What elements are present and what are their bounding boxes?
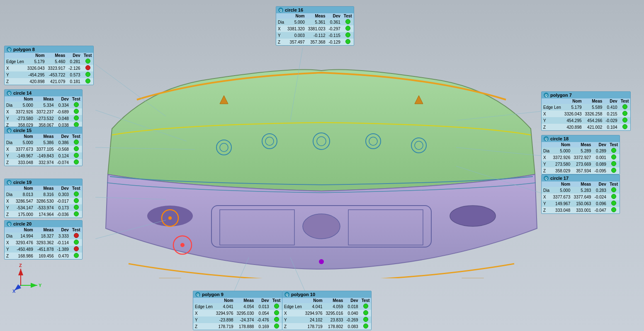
- status-indicator: [611, 207, 616, 212]
- status-indicator: [611, 194, 616, 199]
- status-indicator: [622, 111, 627, 116]
- status-indicator: [363, 317, 368, 322]
- status-indicator: [74, 159, 79, 164]
- panel-polygon8-title: Q polygon 8: [5, 46, 93, 53]
- status-indicator: [74, 115, 79, 120]
- car-render: Y: [87, 54, 556, 278]
- status-indicator: [74, 246, 79, 251]
- table-row: Dia5.0005.3340.334: [5, 102, 82, 108]
- status-indicator: [611, 148, 616, 153]
- panel-icon: Q: [284, 292, 289, 297]
- panel-icon: Q: [7, 47, 12, 52]
- status-indicator: [74, 191, 79, 196]
- panel-polygon10: Q polygon 10 Nom Meas Dev Test Edge Len4…: [282, 291, 372, 330]
- panel-circle18-title: Q circle 18: [542, 135, 620, 142]
- svg-point-24: [180, 243, 185, 247]
- panel-icon: Q: [7, 91, 12, 96]
- status-indicator: [611, 161, 616, 166]
- status-indicator: [363, 304, 368, 309]
- status-indicator: [74, 109, 79, 114]
- status-indicator: [85, 59, 90, 64]
- table-row: Y-534.147-533.9740.173: [5, 204, 82, 211]
- table-row: Z178.719178.8880.169: [193, 323, 282, 330]
- table-row: Dia8.0138.3160.303: [5, 191, 82, 198]
- table-row: Y-23.898-24.374-0.476: [193, 316, 282, 323]
- table-row: Z420.898421.0790.181: [5, 78, 93, 85]
- panel-circle20: Q circle 20 Nom Meas Dev Test Dia14.9941…: [4, 220, 83, 260]
- status-indicator: [274, 310, 279, 315]
- panel-icon: Q: [7, 221, 12, 226]
- table-row: X3294.9763295.0300.054: [193, 310, 282, 316]
- table-row: X3294.9763295.0160.040: [282, 310, 371, 316]
- status-indicator: [345, 32, 350, 37]
- status-indicator: [274, 324, 279, 329]
- table-row: X3326.0433326.2580.215: [542, 110, 630, 117]
- table-row: X3326.0433323.917-2.126: [5, 65, 93, 71]
- table-row: Y-273.580-273.5320.048: [5, 115, 82, 122]
- panel-icon: Q: [544, 136, 549, 141]
- table-row: X3286.5473286.530-0.017: [5, 198, 82, 204]
- status-indicator: [85, 65, 90, 70]
- status-indicator: [85, 72, 90, 77]
- status-indicator: [363, 324, 368, 329]
- status-indicator: [611, 187, 616, 192]
- table-row: Z333.048333.001-0.047: [542, 207, 620, 213]
- table-row: Z333.048332.974-0.074: [5, 159, 82, 166]
- status-indicator: [622, 124, 627, 129]
- table-row: X3372.9263372.9270.001: [542, 154, 620, 161]
- status-indicator: [345, 26, 350, 31]
- panel-icon: Q: [195, 292, 200, 297]
- status-indicator: [274, 304, 279, 309]
- table-row: X3372.9263372.237-0.689: [5, 108, 82, 115]
- status-indicator: [74, 240, 79, 245]
- panel-polygon8: Q polygon 8 Nom Meas Dev Test Edge Len5.…: [4, 46, 94, 85]
- table-row: Z175.000174.964-0.036: [5, 211, 82, 218]
- table-row: Y-149.967-149.8430.124: [5, 152, 82, 159]
- panel-circle14-title: Q circle 14: [5, 90, 82, 96]
- panel-circle20-title: Q circle 20: [5, 221, 82, 227]
- status-indicator: [74, 233, 79, 238]
- table-row: Z178.719178.8020.083: [282, 323, 371, 330]
- panel-icon: Q: [544, 93, 549, 98]
- panel-icon: Q: [7, 128, 12, 133]
- table-row: Dia5.0005.2830.283: [542, 187, 620, 194]
- status-indicator: [74, 146, 79, 151]
- table-row: Y-450.489-451.878-1.389: [5, 246, 82, 253]
- table-row: X3377.6733377.649-0.024: [542, 194, 620, 200]
- panel-circle19-title: Q circle 19: [5, 179, 82, 186]
- status-indicator: [274, 317, 279, 322]
- status-indicator: [611, 168, 616, 173]
- table-row: Z420.898421.0020.104: [542, 124, 630, 130]
- table-row: X3377.6733377.105-0.568: [5, 146, 82, 152]
- table-row: Edge Len5.1795.5890.410: [542, 104, 630, 110]
- status-indicator: [345, 39, 350, 44]
- status-indicator: [74, 205, 79, 210]
- status-indicator: [611, 154, 616, 159]
- status-indicator: [622, 118, 627, 123]
- svg-point-1: [450, 206, 496, 226]
- table-row: Y-454.295-453.7220.573: [5, 71, 93, 78]
- table-row: Z357.497357.368-0.129: [276, 39, 354, 45]
- panel-circle19: Q circle 19 Nom Meas Dev Test Dia8.0138.…: [4, 179, 83, 218]
- panel-circle18: Q circle 18 Nom Meas Dev Test Dia5.0005.…: [541, 135, 620, 174]
- table-row: Y454.295454.266-0.029: [542, 117, 630, 124]
- table-row: Z358.029357.934-0.095: [542, 167, 620, 174]
- status-indicator: [74, 102, 79, 107]
- status-indicator: [622, 104, 627, 109]
- axis-indicator: Y Z X: [12, 260, 46, 294]
- table-row: Dia14.99418.3273.333: [5, 233, 82, 239]
- table-row: Z168.986169.4560.470: [5, 253, 82, 259]
- panel-polygon10-title: Q polygon 10: [282, 291, 371, 298]
- status-indicator: [85, 78, 90, 83]
- panel-circle16-title: Q circle 16: [276, 7, 354, 13]
- panel-icon: Q: [544, 176, 549, 181]
- panel-polygon9-title: Q polygon 9: [193, 291, 282, 298]
- table-row: Y24.10223.833-0.269: [282, 316, 371, 323]
- panel-icon: Q: [7, 180, 12, 185]
- table-row: X3381.3203381.023-0.297: [276, 25, 354, 32]
- table-row: Y149.967150.0630.096: [542, 200, 620, 207]
- panel-polygon7-title: Q polygon 7: [542, 92, 630, 98]
- svg-text:X: X: [12, 289, 16, 294]
- svg-text:Y: Y: [39, 283, 42, 288]
- table-row: X3293.4763293.362-0.114: [5, 239, 82, 246]
